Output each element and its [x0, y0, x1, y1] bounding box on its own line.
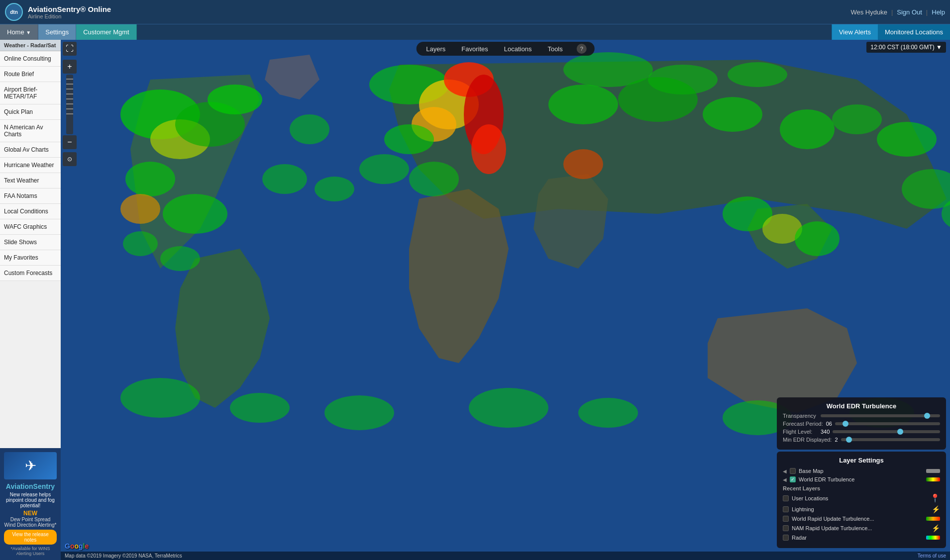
lightning-checkbox[interactable]	[783, 506, 789, 512]
svg-point-28	[795, 221, 840, 256]
zoom-bar	[66, 75, 73, 134]
user-name: Wes Hyduke	[850, 8, 887, 16]
recent-world-rapid: World Rapid Update Turbulence...	[783, 516, 940, 522]
nav-right: View Alerts Monitored Locations	[832, 24, 950, 40]
flight-value: 340	[821, 429, 830, 435]
world-edr-label: World EDR Turbulence	[799, 476, 923, 482]
sidebar-item-slide-shows[interactable]: Slide Shows	[0, 235, 61, 250]
monitored-locations-button[interactable]: Monitored Locations	[878, 24, 950, 40]
customer-mgmt-button[interactable]: Customer Mgmt	[76, 24, 136, 40]
sidebar-item-custom-forecasts[interactable]: Custom Forecasts	[0, 266, 61, 281]
nam-rapid-label: NAM Rapid Update Turbulence...	[792, 525, 929, 531]
map-controls: ⛶ + − ⊙	[63, 42, 77, 166]
sidebar-item-route-brief[interactable]: Route Brief	[0, 67, 61, 82]
nam-rapid-checkbox[interactable]	[783, 525, 789, 531]
app-title-main: AviationSentry® Online	[28, 5, 111, 13]
flight-level-row: Flight Level: 340	[783, 429, 940, 435]
world-edr-row: ◀ ✓ World EDR Turbulence	[783, 476, 940, 482]
time-value: 12:00 CST (18:00 GMT)	[870, 44, 935, 51]
svg-point-21	[703, 97, 762, 132]
svg-point-41	[160, 246, 200, 271]
help-link[interactable]: Help	[932, 8, 945, 16]
radar-label: Radar	[792, 535, 923, 541]
app-title: AviationSentry® Online Airline Edition	[28, 5, 111, 19]
sidebar-item-faa-notams[interactable]: FAA Notams	[0, 188, 61, 204]
base-map-checkbox[interactable]	[790, 468, 796, 474]
world-edr-checkbox[interactable]: ✓	[790, 476, 796, 482]
zoom-out-button[interactable]: −	[63, 135, 77, 149]
radar-color	[926, 536, 940, 540]
lightning-label: Lightning	[792, 506, 929, 512]
min-edr-row: Min EDR Displayed: 2	[783, 437, 940, 443]
ad-disclaimer: *Available for WINS Alerting Users	[4, 546, 57, 556]
svg-point-33	[469, 388, 548, 428]
sidebar-item-wafc-graphics[interactable]: WAFC Graphics	[0, 219, 61, 235]
sidebar-item-local-conditions[interactable]: Local Conditions	[0, 204, 61, 219]
radar-checkbox[interactable]	[783, 535, 789, 541]
svg-point-24	[877, 122, 937, 157]
svg-point-38	[315, 177, 354, 201]
home-button[interactable]: Home ▼	[0, 24, 38, 40]
toolbar-tools[interactable]: Tools	[545, 44, 564, 54]
google-logo: Google	[65, 542, 89, 550]
toolbar-locations[interactable]: Locations	[502, 44, 534, 54]
forecast-slider[interactable]	[835, 422, 940, 425]
base-map-color	[926, 469, 940, 473]
header-left: dtn AviationSentry® Online Airline Editi…	[5, 3, 111, 21]
map-area[interactable]: ⛶ + − ⊙ Layers Favorites Locations Tools…	[61, 40, 950, 560]
sidebar-item-text-weather[interactable]: Text Weather	[0, 173, 61, 188]
map-data-attribution: Map data ©2019 Imagery ©2019 NASA, Terra…	[65, 553, 182, 559]
min-edr-slider[interactable]	[841, 438, 940, 441]
sidebar-item-global-av-charts[interactable]: Global Av Charts	[0, 142, 61, 158]
user-locations-checkbox[interactable]	[783, 495, 789, 501]
base-map-arrow-left[interactable]: ◀	[783, 468, 787, 474]
time-display[interactable]: 12:00 CST (18:00 GMT) ▼	[866, 42, 946, 53]
svg-point-7	[163, 194, 227, 234]
forecast-value: 06	[826, 421, 832, 427]
world-rapid-color	[926, 517, 940, 521]
recent-layers-header: Recent Layers	[783, 485, 940, 491]
sidebar: Weather - Radar/Sat Online Consulting Ro…	[0, 40, 61, 560]
world-edr-arrow-left[interactable]: ◀	[783, 477, 787, 482]
compass-button[interactable]: ⊙	[63, 152, 77, 166]
svg-point-37	[262, 164, 307, 194]
app-logo: dtn	[5, 3, 23, 21]
sidebar-item-online-consulting[interactable]: Online Consulting	[0, 51, 61, 67]
sidebar-item-airport-brief[interactable]: Airport Brief-METAR/TAF	[0, 82, 61, 104]
zoom-in-button[interactable]: +	[63, 60, 77, 74]
flight-slider[interactable]	[833, 430, 940, 433]
forecast-row: Forecast Period: 06	[783, 421, 940, 427]
svg-point-19	[548, 85, 618, 124]
transparency-slider[interactable]	[821, 414, 940, 417]
svg-point-32	[324, 395, 394, 430]
min-edr-value: 2	[835, 437, 838, 443]
svg-point-34	[578, 398, 638, 428]
settings-button[interactable]: Settings	[38, 24, 76, 40]
svg-point-25	[563, 149, 603, 179]
toolbar-layers[interactable]: Layers	[424, 44, 447, 54]
panel-area: World EDR Turbulence Transparency Foreca…	[777, 397, 946, 548]
sign-out-link[interactable]: Sign Out	[897, 8, 922, 16]
edr-panel: World EDR Turbulence Transparency Foreca…	[777, 397, 946, 450]
view-alerts-button[interactable]: View Alerts	[832, 24, 878, 40]
svg-point-31	[230, 393, 290, 423]
transparency-label: Transparency	[783, 413, 818, 419]
release-notes-button[interactable]: View the release notes	[4, 530, 57, 545]
lightning-icon: ⚡	[932, 505, 940, 513]
sidebar-item-hurricane-weather[interactable]: Hurricane Weather	[0, 158, 61, 173]
svg-point-13	[471, 124, 506, 174]
world-rapid-checkbox[interactable]	[783, 516, 789, 522]
sidebar-item-quick-plan[interactable]: Quick Plan	[0, 104, 61, 120]
nam-rapid-icon: ⚡	[932, 524, 940, 532]
recent-nam-rapid: NAM Rapid Update Turbulence... ⚡	[783, 524, 940, 532]
world-rapid-label: World Rapid Update Turbulence...	[792, 516, 923, 522]
fullscreen-button[interactable]: ⛶	[63, 42, 77, 56]
toolbar-favorites[interactable]: Favorites	[459, 44, 490, 54]
app-subtitle: Airline Edition	[28, 13, 111, 19]
sidebar-item-my-favorites[interactable]: My Favorites	[0, 250, 61, 266]
sidebar-item-n-american-charts[interactable]: N American Av Charts	[0, 120, 61, 142]
base-map-label: Base Map	[799, 468, 923, 474]
svg-point-40	[123, 231, 158, 256]
terms-of-use-link[interactable]: Terms of use	[918, 553, 946, 559]
toolbar-help[interactable]: ?	[577, 44, 587, 54]
